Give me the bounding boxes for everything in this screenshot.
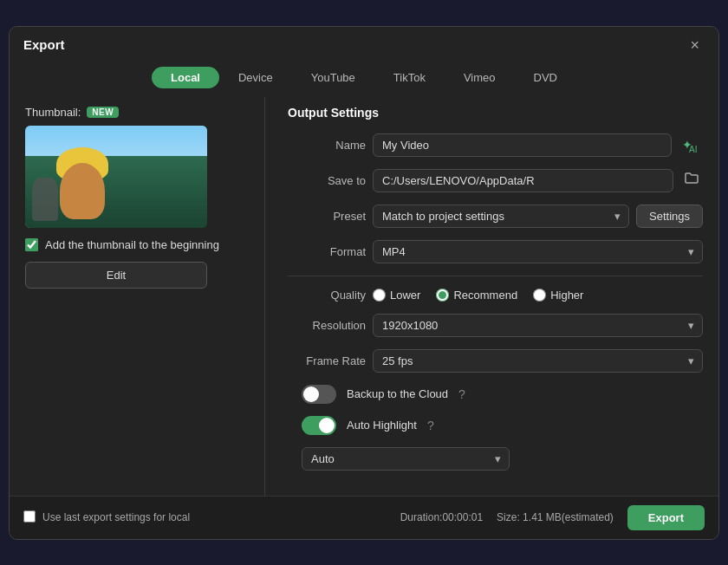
section-separator xyxy=(288,276,703,276)
ai-icon: ✦ AI xyxy=(682,136,699,153)
resolution-label: Resolution xyxy=(288,319,366,332)
tab-local[interactable]: Local xyxy=(152,67,219,88)
save-to-label: Save to xyxy=(288,174,366,187)
tab-vimeo[interactable]: Vimeo xyxy=(445,67,515,88)
panel-divider xyxy=(264,97,265,496)
left-panel: Thumbnail: NEW Add the thumbnail to the … xyxy=(22,97,256,496)
ai-button[interactable]: ✦ AI xyxy=(679,134,703,155)
preset-select-wrap: Match to project settings xyxy=(373,205,629,228)
quality-label: Quality xyxy=(288,289,366,302)
quality-lower-radio[interactable] xyxy=(373,289,386,302)
auto-highlight-help-icon[interactable]: ? xyxy=(427,419,434,432)
auto-select-wrap-inner: Auto xyxy=(302,447,510,471)
modal-body: Thumbnail: NEW Add the thumbnail to the … xyxy=(10,97,718,496)
add-thumbnail-checkbox[interactable] xyxy=(25,238,38,251)
backup-toggle-slider xyxy=(302,385,336,404)
frame-rate-row: Frame Rate 25 fps xyxy=(288,349,703,373)
thumbnail-header: Thumbnail: NEW xyxy=(25,106,242,119)
export-modal: Export × Local Device YouTube TikTok Vim… xyxy=(9,26,719,540)
person-head-shape xyxy=(60,163,105,219)
tab-bar: Local Device YouTube TikTok Vimeo DVD xyxy=(10,62,718,97)
use-last-settings-checkbox-wrap xyxy=(23,510,36,525)
toggle-section: Backup to the Cloud ? Auto Highlight ? xyxy=(288,385,703,471)
edit-thumbnail-button[interactable]: Edit xyxy=(25,262,207,289)
thumbnail-label-text: Thumbnail: xyxy=(25,106,81,119)
auto-select[interactable]: Auto xyxy=(302,447,510,471)
tab-device[interactable]: Device xyxy=(219,67,292,88)
name-label: Name xyxy=(288,139,366,152)
preset-row: Preset Match to project settings Setting… xyxy=(288,205,703,228)
title-bar: Export × xyxy=(10,27,718,62)
quality-higher-label: Higher xyxy=(550,289,583,302)
footer: Use last export settings for local Durat… xyxy=(10,496,718,539)
quality-lower[interactable]: Lower xyxy=(373,289,420,302)
settings-button[interactable]: Settings xyxy=(636,205,703,228)
thumbnail-preview xyxy=(25,126,207,228)
resolution-row: Resolution 1920x1080 xyxy=(288,314,703,337)
tab-dvd[interactable]: DVD xyxy=(515,67,576,88)
preset-label: Preset xyxy=(288,210,366,223)
add-thumbnail-row: Add the thumbnail to the beginning xyxy=(25,238,242,251)
auto-highlight-row: Auto Highlight ? xyxy=(288,416,703,435)
add-thumbnail-label: Add the thumbnail to the beginning xyxy=(45,238,219,251)
person2-silhouette xyxy=(32,178,58,221)
use-last-settings-label: Use last export settings for local xyxy=(42,511,190,523)
auto-highlight-toggle[interactable] xyxy=(302,416,336,435)
duration-info: Duration:00:00:01 xyxy=(400,511,483,523)
footer-left: Use last export settings for local xyxy=(23,510,190,525)
export-button[interactable]: Export xyxy=(627,505,705,530)
quality-higher[interactable]: Higher xyxy=(533,289,583,302)
close-button[interactable]: × xyxy=(685,36,705,55)
auto-highlight-label: Auto Highlight xyxy=(347,419,417,432)
auto-highlight-slider xyxy=(302,416,336,435)
quality-recommend-radio[interactable] xyxy=(436,289,449,302)
backup-help-icon[interactable]: ? xyxy=(458,387,465,401)
frame-rate-label: Frame Rate xyxy=(288,354,366,367)
footer-right: Duration:00:00:01 Size: 1.41 MB(estimate… xyxy=(400,505,705,530)
quality-radio-group: Lower Recommend Higher xyxy=(373,289,583,302)
format-select[interactable]: MP4 xyxy=(373,240,703,263)
modal-title: Export xyxy=(23,37,65,52)
quality-lower-label: Lower xyxy=(390,289,420,302)
frame-rate-select[interactable]: 25 fps xyxy=(373,349,703,373)
tab-tiktok[interactable]: TikTok xyxy=(374,67,445,88)
preset-select[interactable]: Match to project settings xyxy=(373,205,629,228)
save-to-input[interactable] xyxy=(373,169,673,192)
use-last-settings-checkbox[interactable] xyxy=(23,510,36,523)
format-select-wrap: MP4 xyxy=(373,240,703,263)
format-label: Format xyxy=(288,245,366,258)
save-to-row: Save to xyxy=(288,169,703,192)
resolution-select-wrap: 1920x1080 xyxy=(373,314,703,337)
frame-rate-select-wrap: 25 fps xyxy=(373,349,703,373)
quality-recommend-label: Recommend xyxy=(453,289,517,302)
svg-text:AI: AI xyxy=(689,145,697,153)
folder-button[interactable] xyxy=(680,169,703,192)
resolution-select[interactable]: 1920x1080 xyxy=(373,314,703,337)
name-input[interactable] xyxy=(373,133,672,157)
new-badge: NEW xyxy=(87,107,119,118)
section-title: Output Settings xyxy=(288,106,703,120)
tab-youtube[interactable]: YouTube xyxy=(292,67,374,88)
auto-select-wrap: Auto xyxy=(288,447,703,471)
name-row: Name ✦ AI xyxy=(288,133,703,157)
backup-row: Backup to the Cloud ? xyxy=(288,385,703,404)
size-info: Size: 1.41 MB(estimated) xyxy=(497,511,614,523)
format-row: Format MP4 xyxy=(288,240,703,263)
backup-toggle[interactable] xyxy=(302,385,336,404)
quality-higher-radio[interactable] xyxy=(533,289,546,302)
folder-icon xyxy=(684,171,699,186)
quality-row: Quality Lower Recommend Higher xyxy=(288,289,703,302)
backup-label: Backup to the Cloud xyxy=(347,387,448,400)
quality-recommend[interactable]: Recommend xyxy=(436,289,517,302)
right-panel: Output Settings Name ✦ AI Save to xyxy=(274,97,706,496)
